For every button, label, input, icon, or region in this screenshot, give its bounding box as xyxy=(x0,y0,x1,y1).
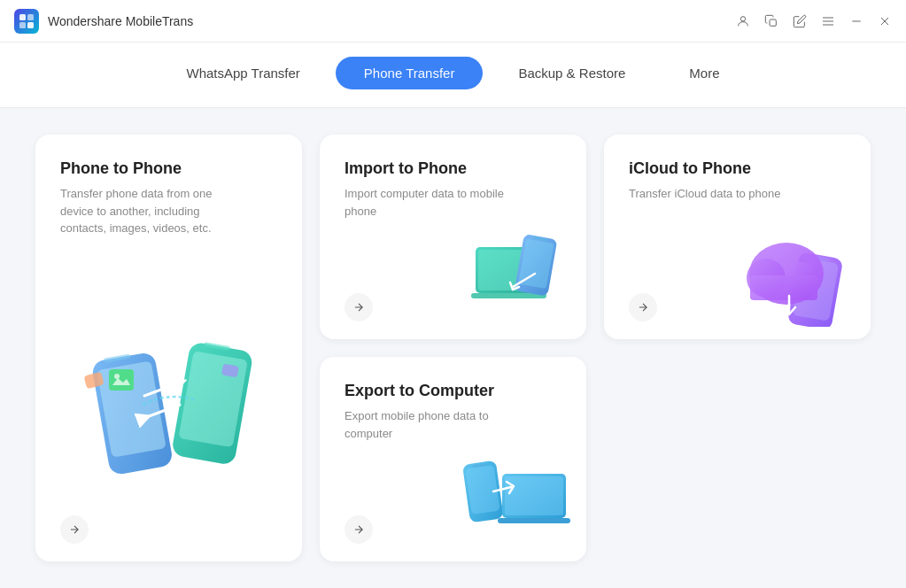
card-phone-to-phone-content: Phone to Phone Transfer phone data from … xyxy=(60,159,277,515)
svg-rect-45 xyxy=(505,476,563,515)
nav-bar: WhatsApp Transfer Phone Transfer Backup … xyxy=(0,43,906,108)
svg-rect-22 xyxy=(109,369,134,391)
card-export-title: Export to Computer xyxy=(345,382,561,400)
duplicate-icon[interactable] xyxy=(764,14,778,28)
card-export-desc: Export mobile phone data to computer xyxy=(345,407,522,442)
tab-whatsapp-transfer[interactable]: WhatsApp Transfer xyxy=(158,57,328,89)
svg-point-4 xyxy=(740,16,745,20)
tab-backup-restore[interactable]: Backup & Restore xyxy=(490,57,654,89)
user-icon[interactable] xyxy=(736,14,750,28)
titlebar-controls xyxy=(736,14,892,28)
svg-rect-2 xyxy=(19,22,26,28)
card-icloud-arrow[interactable] xyxy=(629,293,657,321)
svg-rect-46 xyxy=(498,518,570,523)
card-import-desc: Import computer data to mobile phone xyxy=(345,185,522,220)
svg-rect-5 xyxy=(770,19,776,26)
titlebar: Wondershare MobileTrans xyxy=(0,0,906,43)
titlebar-left: Wondershare MobileTrans xyxy=(14,9,193,34)
svg-rect-1 xyxy=(27,14,34,20)
edit-icon[interactable] xyxy=(793,14,807,28)
svg-rect-0 xyxy=(19,14,26,20)
card-phone-to-phone-title: Phone to Phone xyxy=(60,159,277,178)
card-import-to-phone[interactable]: Import to Phone Import computer data to … xyxy=(320,135,586,339)
svg-point-23 xyxy=(114,374,120,379)
tab-more[interactable]: More xyxy=(661,57,747,89)
card-phone-to-phone[interactable]: Phone to Phone Transfer phone data from … xyxy=(35,135,302,561)
card-phone-to-phone-arrow[interactable] xyxy=(60,515,89,544)
card-icloud-to-phone[interactable]: iCloud to Phone Transfer iCloud data to … xyxy=(604,135,871,339)
svg-rect-3 xyxy=(27,22,34,28)
card-import-title: Import to Phone xyxy=(345,159,561,178)
card-phone-to-phone-desc: Transfer phone data from one device to a… xyxy=(60,185,237,237)
minimize-icon[interactable] xyxy=(849,14,863,28)
app-name: Wondershare MobileTrans xyxy=(48,14,193,28)
card-icloud-title: iCloud to Phone xyxy=(629,159,846,178)
svg-rect-39 xyxy=(750,275,817,300)
close-icon[interactable] xyxy=(878,14,892,28)
card-import-arrow[interactable] xyxy=(345,293,373,321)
card-icloud-desc: Transfer iCloud data to phone xyxy=(629,185,806,203)
export-illustration xyxy=(462,452,577,553)
app-icon xyxy=(14,9,39,34)
card-export-to-computer[interactable]: Export to Computer Export mobile phone d… xyxy=(320,357,586,561)
tab-phone-transfer[interactable]: Phone Transfer xyxy=(336,57,484,89)
card-export-arrow[interactable] xyxy=(345,515,373,544)
import-illustration xyxy=(462,229,577,330)
menu-icon[interactable] xyxy=(821,14,835,28)
icloud-illustration xyxy=(747,229,862,330)
main-content: Phone to Phone Transfer phone data from … xyxy=(0,108,906,588)
